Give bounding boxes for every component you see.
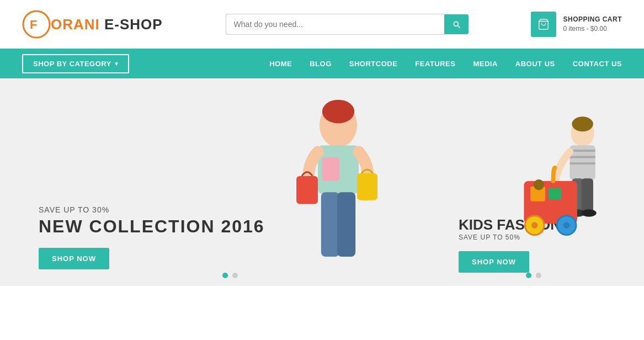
nav-link-features[interactable]: FEATURES [415,60,455,68]
svg-rect-9 [322,157,339,181]
svg-point-23 [534,179,544,190]
nav-link-contact-us[interactable]: CONTACT US [573,60,622,68]
carousel-dot-right-1[interactable] [526,273,531,278]
nav-links: HOME BLOG SHORTCODE FEATURES MEDIA ABOUT… [269,60,622,68]
svg-rect-22 [549,188,561,200]
carousel-dots [222,273,238,278]
cart-area[interactable]: SHOPPING CART 0 items - $0.00 [531,12,622,37]
cart-icon-box [531,12,556,37]
shop-by-category-button[interactable]: SHOP BY CATEGORY ▾ [22,54,129,73]
banner-collection-title: NEW COLLECTION 2016 [39,216,265,237]
banner-left-shop-now-button[interactable]: SHOP NOW [39,248,109,269]
banner-left: SAVE UP TO 30% NEW COLLECTION 2016 SHOP … [22,87,438,286]
search-button[interactable] [444,14,469,34]
svg-rect-6 [337,192,355,257]
svg-rect-7 [296,176,318,204]
cart-count: 0 items - $0.00 [563,24,622,34]
dropdown-arrow-icon: ▾ [115,60,119,67]
search-icon [452,20,461,29]
logo[interactable]: F ORANI E-SHOP [22,10,163,39]
carousel-dot-right-2[interactable] [536,273,541,278]
svg-point-19 [582,209,597,217]
svg-rect-5 [321,192,339,257]
site-header: F ORANI E-SHOP SHOPPING CART 0 items - $… [0,0,644,49]
svg-point-27 [563,222,570,229]
cart-icon [537,18,550,30]
carousel-dots-right [526,273,541,278]
nav-link-blog[interactable]: BLOG [310,60,332,68]
logo-icon: F [22,10,51,39]
banner-save-text: SAVE UP TO 30% [39,205,265,214]
banner-right: KIDS FASHION SAVE UP TO 50% SHOP NOW [445,87,622,286]
nav-link-about-us[interactable]: ABOUT US [515,60,555,68]
svg-rect-17 [582,178,593,213]
search-area [226,14,469,35]
cart-label: SHOPPING CART [563,15,622,24]
woman-figure-illustration [272,93,405,286]
navbar: SHOP BY CATEGORY ▾ HOME BLOG SHORTCODE F… [0,49,644,78]
search-input[interactable] [226,14,444,35]
svg-point-25 [531,222,538,229]
cart-text: SHOPPING CART 0 items - $0.00 [563,15,622,34]
svg-text:F: F [30,18,37,31]
nav-link-home[interactable]: HOME [269,60,292,68]
svg-point-3 [322,100,354,124]
hero-section: SAVE UP TO 30% NEW COLLECTION 2016 SHOP … [0,78,644,286]
nav-link-shortcode[interactable]: SHORTCODE [349,60,398,68]
toy-cart-illustration [506,104,616,258]
carousel-dot-1[interactable] [222,273,228,278]
svg-point-11 [572,116,593,131]
banner-left-content: SAVE UP TO 30% NEW COLLECTION 2016 SHOP … [39,205,265,269]
nav-link-media[interactable]: MEDIA [473,60,497,68]
svg-rect-8 [357,173,377,200]
logo-text: ORANI E-SHOP [51,16,163,33]
carousel-dot-2[interactable] [232,273,238,278]
